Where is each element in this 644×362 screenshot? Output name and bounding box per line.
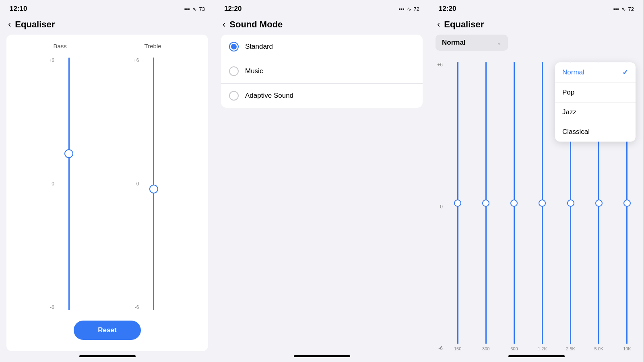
band-thumb-300[interactable] [482, 200, 489, 207]
dropdown-label-classical: Classical [562, 128, 590, 136]
bass-thumb[interactable] [64, 149, 73, 158]
status-icons-1: ▪▪▪ ∿ 73 [184, 6, 205, 12]
normal-selector-text: Normal [442, 39, 466, 47]
band-thumb-5.0K[interactable] [595, 200, 603, 207]
chevron-down-icon: ⌄ [497, 39, 502, 46]
status-bar-2: 12:20 ▪▪▪ ∿ 72 [215, 0, 429, 16]
signal-icon: ▪▪▪ [184, 6, 190, 12]
status-icons-3: ▪▪▪ ∿ 72 [613, 6, 634, 12]
wifi-icon: ∿ [192, 6, 197, 12]
bass-track [68, 58, 70, 310]
band-thumb-600[interactable] [510, 200, 518, 207]
screen1-equaliser: 12:10 ▪▪▪ ∿ 73 ‹ Equaliser Bass Treble +… [0, 0, 215, 362]
band-active-top-600 [514, 62, 515, 203]
band-active-bot-10K [626, 203, 627, 344]
bass-active-top [68, 58, 70, 154]
bass-scale-mid: 0 [52, 181, 54, 187]
sound-option-standard[interactable]: Standard [221, 35, 423, 59]
bass-slider-container: +6 0 -6 [49, 58, 81, 310]
band-label-600: 600 [510, 346, 518, 351]
treble-active-bottom [153, 189, 154, 310]
bass-track-area [57, 58, 81, 310]
band-label-300: 300 [482, 346, 489, 351]
screen2-sound-mode: 12:20 ▪▪▪ ∿ 72 ‹ Sound Mode Standard Mus… [215, 0, 429, 362]
band-track-wrapper-600 [501, 62, 527, 344]
header-3: ‹ Equaliser [429, 16, 644, 35]
home-bar-3 [508, 355, 565, 357]
band-active-bot-150 [457, 203, 458, 344]
back-button-1[interactable]: ‹ [8, 19, 11, 30]
bass-scale: +6 0 -6 [49, 58, 57, 310]
band-thumb-1.2K[interactable] [539, 200, 546, 207]
band-active-top-300 [485, 62, 487, 203]
eq3-scale-mid: 0 [432, 204, 443, 210]
time-3: 12:20 [439, 5, 456, 13]
band-thumb-10K[interactable] [623, 200, 631, 207]
selector-wrapper: Normal ⌄ [429, 35, 644, 62]
band-active-bot-600 [514, 203, 515, 344]
reset-button[interactable]: Reset [74, 321, 140, 340]
sound-label-music: Music [245, 67, 263, 75]
home-bar-2 [294, 355, 350, 357]
band-track-wrapper-300 [473, 62, 499, 344]
sound-label-standard: Standard [245, 43, 273, 51]
radio-music [229, 66, 239, 76]
bass-track-wrapper: +6 0 -6 [49, 58, 81, 310]
time-2: 12:20 [224, 5, 242, 13]
band-active-bot-2.5K [570, 203, 571, 344]
status-icons-2: ▪▪▪ ∿ 72 [399, 6, 419, 12]
dropdown-item-classical[interactable]: Classical [555, 122, 636, 142]
dropdown-item-normal[interactable]: Normal ✓ [555, 62, 636, 83]
check-icon-normal: ✓ [622, 68, 628, 77]
dropdown-item-jazz[interactable]: Jazz [555, 103, 636, 122]
band-active-bot-5.0K [598, 203, 599, 344]
band-track-150 [457, 62, 458, 344]
signal-icon-3: ▪▪▪ [613, 6, 619, 12]
sound-option-adaptive[interactable]: Adaptive Sound [221, 84, 423, 108]
radio-inner-standard [231, 44, 237, 49]
band-label-150: 150 [454, 346, 461, 351]
band-track-wrapper-150 [444, 62, 471, 344]
screen2-empty-area [215, 113, 429, 351]
treble-track-wrapper: +6 0 -6 [134, 58, 166, 310]
dropdown-label-pop: Pop [562, 88, 574, 97]
back-button-2[interactable]: ‹ [223, 19, 225, 30]
dropdown-item-pop[interactable]: Pop [555, 83, 636, 103]
dropdown-label-jazz: Jazz [562, 108, 576, 116]
sound-option-music[interactable]: Music [221, 59, 423, 84]
band-label-2.5K: 2.5K [566, 346, 575, 351]
back-button-3[interactable]: ‹ [437, 19, 440, 30]
band-thumb-2.5K[interactable] [567, 200, 574, 207]
header-1: ‹ Equaliser [0, 16, 215, 35]
band-track-wrapper-1.2K [529, 62, 555, 344]
treble-slider-container: +6 0 -6 [134, 58, 166, 310]
treble-label: Treble [144, 43, 161, 49]
band-column-1.2K: 1.2K [529, 62, 555, 351]
band-track-600 [514, 62, 515, 344]
band-label-10K: 10K [623, 346, 631, 351]
page-title-3: Equaliser [444, 19, 484, 30]
bass-label: Bass [53, 43, 66, 49]
bass-scale-top: +6 [49, 58, 54, 63]
eq-labels: Bass Treble [14, 43, 200, 49]
time-1: 12:10 [10, 5, 27, 13]
band-thumb-150[interactable] [454, 200, 461, 207]
header-2: ‹ Sound Mode [215, 16, 429, 35]
treble-thumb[interactable] [149, 185, 158, 193]
sliders-area-1: +6 0 -6 [14, 53, 200, 314]
battery-3: 72 [628, 6, 634, 12]
equaliser-card-1: Bass Treble +6 0 -6 [6, 35, 208, 351]
band-column-150: 150 [444, 62, 471, 351]
dropdown-menu: Normal ✓ Pop Jazz Classical [555, 62, 636, 142]
battery-1: 73 [199, 6, 205, 12]
screen3-equaliser-dropdown: 12:20 ▪▪▪ ∿ 72 ‹ Equaliser Normal ⌄ +6 0… [429, 0, 644, 362]
sound-mode-card: Standard Music Adaptive Sound [221, 35, 423, 108]
band-column-300: 300 [473, 62, 499, 351]
bass-scale-bot: -6 [50, 304, 54, 310]
treble-track-area [141, 58, 165, 310]
eq3-scale-top: +6 [432, 62, 443, 68]
dropdown-label-normal: Normal [562, 68, 584, 76]
wifi-icon-2: ∿ [407, 6, 411, 12]
normal-selector[interactable]: Normal ⌄ [436, 35, 508, 51]
band-track-300 [485, 62, 487, 344]
